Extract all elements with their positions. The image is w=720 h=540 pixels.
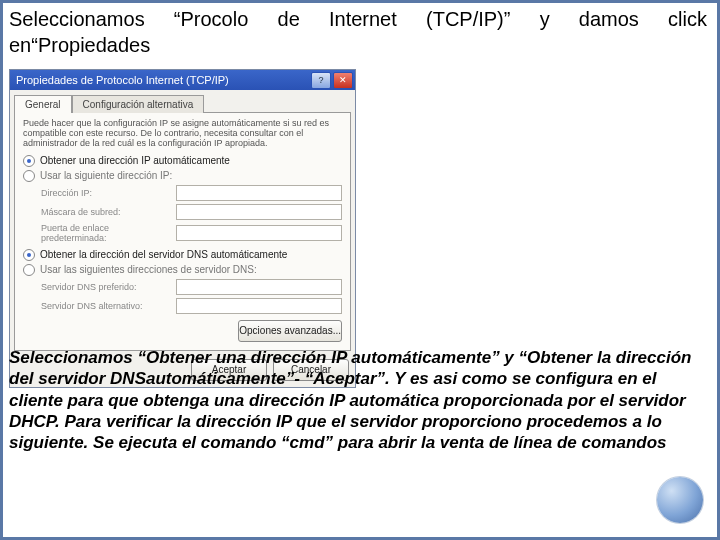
radio-ip-auto[interactable]: Obtener una dirección IP automáticamente: [23, 155, 342, 167]
advanced-button[interactable]: Opciones avanzadas...: [238, 320, 342, 342]
field-ip: Dirección IP:: [41, 185, 342, 201]
help-icon: ?: [318, 75, 323, 85]
radio-label: Usar las siguientes direcciones de servi…: [40, 264, 257, 275]
help-button[interactable]: ?: [311, 72, 331, 89]
dialog-title: Propiedades de Protocolo Internet (TCP/I…: [16, 74, 309, 86]
ip-input[interactable]: [176, 185, 342, 201]
radio-dns-manual[interactable]: Usar las siguientes direcciones de servi…: [23, 264, 342, 276]
instruction-paragraph: Seleccionamos “Obtener una dirección IP …: [9, 347, 707, 453]
radio-icon: [23, 264, 35, 276]
tab-strip: General Configuración alternativa: [10, 90, 355, 112]
radio-icon: [23, 170, 35, 182]
radio-label: Usar la siguiente dirección IP:: [40, 170, 172, 181]
gateway-input[interactable]: [176, 225, 342, 241]
panel-description: Puede hacer que la configuración IP se a…: [23, 119, 342, 149]
close-icon: ✕: [339, 75, 347, 85]
field-gateway: Puerta de enlace predeterminada:: [41, 223, 342, 243]
dialog-titlebar: Propiedades de Protocolo Internet (TCP/I…: [10, 70, 355, 90]
radio-label: Obtener una dirección IP automáticamente: [40, 155, 230, 166]
field-mask: Máscara de subred:: [41, 204, 342, 220]
intro-line-2: en“Propiedades: [3, 34, 717, 61]
tab-alt-config[interactable]: Configuración alternativa: [72, 95, 205, 113]
tcpip-properties-dialog: Propiedades de Protocolo Internet (TCP/I…: [9, 69, 356, 388]
close-button[interactable]: ✕: [333, 72, 353, 89]
tab-panel-general: Puede hacer que la configuración IP se a…: [14, 112, 351, 351]
mask-input[interactable]: [176, 204, 342, 220]
tab-general[interactable]: General: [14, 95, 72, 113]
field-dns-secondary: Servidor DNS alternativo:: [41, 298, 342, 314]
field-dns-primary: Servidor DNS preferido:: [41, 279, 342, 295]
intro-line-1: Seleccionamos “Procolo de Internet (TCP/…: [3, 3, 717, 34]
radio-dns-auto[interactable]: Obtener la dirección del servidor DNS au…: [23, 249, 342, 261]
dns1-input[interactable]: [176, 279, 342, 295]
decorative-sphere-icon: [657, 477, 703, 523]
radio-label: Obtener la dirección del servidor DNS au…: [40, 249, 287, 260]
radio-icon: [23, 155, 35, 167]
radio-icon: [23, 249, 35, 261]
dns2-input[interactable]: [176, 298, 342, 314]
radio-ip-manual[interactable]: Usar la siguiente dirección IP:: [23, 170, 342, 182]
